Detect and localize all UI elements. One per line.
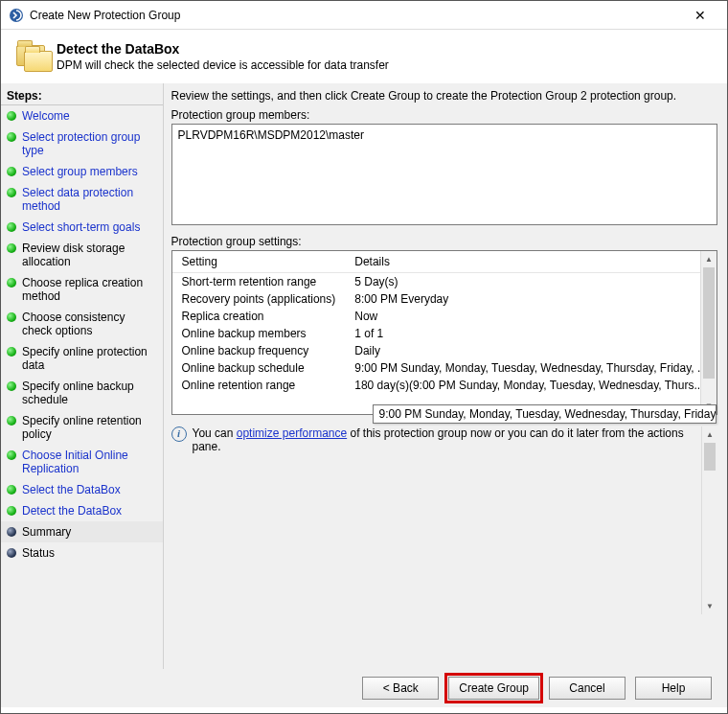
- scroll-down-button[interactable]: ▼: [702, 598, 717, 614]
- window-title: Create New Protection Group: [30, 9, 681, 22]
- setting-name: Recovery points (applications): [172, 290, 346, 308]
- steps-sidebar: Steps: WelcomeSelect protection group ty…: [1, 83, 164, 669]
- content-pane: Review the settings, and then click Crea…: [164, 83, 728, 669]
- scroll-thumb[interactable]: [703, 267, 715, 379]
- step-bullet-icon: [7, 188, 16, 197]
- wizard-header: Detect the DataBox DPM will check the se…: [1, 30, 727, 83]
- close-button[interactable]: ✕: [681, 2, 719, 29]
- table-row[interactable]: Online retention range180 day(s)(9:00 PM…: [172, 377, 717, 394]
- table-row[interactable]: Short-term retention range5 Day(s): [172, 273, 717, 291]
- step-item: Specify online backup schedule: [1, 376, 163, 410]
- step-item[interactable]: Select the DataBox: [1, 479, 163, 500]
- setting-name: Short-term retention range: [172, 273, 346, 291]
- members-listbox[interactable]: PLRVDPM16R\MSDPM2012\master: [171, 124, 718, 225]
- tooltip: 9:00 PM Sunday, Monday, Tuesday, Wednesd…: [373, 404, 717, 424]
- step-label: Review disk storage allocation: [22, 242, 157, 268]
- setting-detail: 9:00 PM Sunday, Monday, Tuesday, Wednesd…: [345, 359, 717, 377]
- table-row[interactable]: Replica creationNow: [172, 308, 717, 325]
- step-bullet-icon: [7, 381, 16, 391]
- step-label: Summary: [22, 525, 71, 539]
- header-subtitle: DPM will check the selected device is ac…: [57, 58, 389, 72]
- step-label: Specify online protection data: [22, 345, 157, 372]
- title-bar: Create New Protection Group ✕: [1, 1, 727, 30]
- setting-detail: 180 day(s)(9:00 PM Sunday, Monday, Tuesd…: [345, 377, 717, 394]
- step-bullet-icon: [7, 506, 16, 516]
- table-row[interactable]: Online backup frequencyDaily: [172, 342, 717, 359]
- steps-heading: Steps:: [1, 87, 163, 105]
- setting-name: Online backup members: [172, 325, 346, 342]
- step-bullet-icon: [7, 132, 16, 142]
- step-label: Choose consistency check options: [22, 311, 157, 337]
- step-item: Summary: [1, 521, 163, 542]
- step-label[interactable]: Select protection group type: [22, 130, 157, 157]
- main-area: Steps: WelcomeSelect protection group ty…: [1, 83, 727, 669]
- step-label[interactable]: Select the DataBox: [22, 483, 121, 496]
- step-item: Specify online protection data: [1, 341, 163, 376]
- setting-detail: 1 of 1: [345, 325, 717, 342]
- review-text: Review the settings, and then click Crea…: [171, 89, 718, 103]
- cancel-button[interactable]: Cancel: [549, 677, 626, 700]
- step-item[interactable]: Select group members: [1, 161, 163, 182]
- setting-detail: Daily: [345, 342, 717, 359]
- members-item[interactable]: PLRVDPM16R\MSDPM2012\master: [178, 128, 712, 142]
- step-item[interactable]: Detect the DataBox: [1, 500, 163, 521]
- step-bullet-icon: [7, 450, 16, 460]
- scroll-up-button[interactable]: ▲: [702, 426, 717, 443]
- table-row[interactable]: Online backup schedule9:00 PM Sunday, Mo…: [172, 359, 717, 377]
- setting-name: Replica creation: [172, 308, 346, 325]
- step-label[interactable]: Choose Initial Online Replication: [22, 449, 157, 475]
- table-row[interactable]: Online backup members1 of 1: [172, 325, 717, 342]
- info-text: You can optimize performance of this pro…: [193, 426, 696, 453]
- step-bullet-icon: [7, 167, 16, 176]
- step-item[interactable]: Choose Initial Online Replication: [1, 445, 163, 479]
- setting-detail: Now: [345, 308, 717, 325]
- step-label: Specify online backup schedule: [22, 380, 157, 406]
- settings-scrollbar[interactable]: ▲ ▼: [700, 251, 717, 414]
- optimize-performance-link[interactable]: optimize performance: [237, 426, 347, 440]
- step-bullet-icon: [7, 347, 16, 357]
- step-item[interactable]: Select protection group type: [1, 127, 163, 161]
- step-item: Review disk storage allocation: [1, 238, 163, 272]
- step-label[interactable]: Detect the DataBox: [22, 504, 122, 518]
- settings-col-setting[interactable]: Setting: [172, 251, 346, 273]
- info-prefix: You can: [193, 426, 237, 440]
- help-button[interactable]: Help: [635, 677, 712, 700]
- step-bullet-icon: [7, 278, 16, 288]
- step-bullet-icon: [7, 548, 16, 558]
- step-item: Choose consistency check options: [1, 307, 163, 341]
- scroll-up-button[interactable]: ▲: [701, 251, 717, 267]
- scroll-track[interactable]: [702, 443, 717, 598]
- step-bullet-icon: [7, 222, 16, 232]
- step-item[interactable]: Select short-term goals: [1, 217, 163, 238]
- step-bullet-icon: [7, 243, 16, 253]
- step-label[interactable]: Select group members: [22, 165, 138, 178]
- step-bullet-icon: [7, 485, 16, 495]
- step-bullet-icon: [7, 527, 16, 537]
- step-item[interactable]: Select data protection method: [1, 182, 163, 217]
- page-scrollbar[interactable]: ▲ ▼: [701, 426, 717, 614]
- step-label: Choose replica creation method: [22, 276, 157, 303]
- scroll-track[interactable]: [701, 267, 717, 398]
- header-title: Detect the DataBox: [57, 41, 389, 57]
- members-label: Protection group members:: [171, 108, 718, 122]
- step-label[interactable]: Welcome: [22, 109, 70, 123]
- step-item[interactable]: Welcome: [1, 105, 163, 127]
- step-item: Status: [1, 542, 163, 564]
- step-bullet-icon: [7, 111, 16, 121]
- table-row[interactable]: Recovery points (applications)8:00 PM Ev…: [172, 290, 717, 308]
- setting-detail: 5 Day(s): [345, 273, 717, 291]
- folder-icon: [16, 39, 51, 74]
- step-label[interactable]: Select data protection method: [22, 186, 157, 213]
- step-item: Choose replica creation method: [1, 272, 163, 307]
- settings-col-details[interactable]: Details: [345, 251, 717, 273]
- step-label: Specify online retention policy: [22, 414, 157, 441]
- settings-listview[interactable]: Setting Details Short-term retention ran…: [171, 250, 718, 415]
- setting-name: Online retention range: [172, 377, 346, 394]
- lower-area: i You can optimize performance of this p…: [171, 426, 718, 614]
- setting-name: Online backup schedule: [172, 359, 346, 377]
- back-button[interactable]: < Back: [362, 677, 439, 700]
- create-group-button[interactable]: Create Group: [448, 677, 539, 700]
- step-label[interactable]: Select short-term goals: [22, 220, 140, 234]
- setting-detail: 8:00 PM Everyday: [345, 290, 717, 308]
- scroll-thumb[interactable]: [704, 443, 716, 471]
